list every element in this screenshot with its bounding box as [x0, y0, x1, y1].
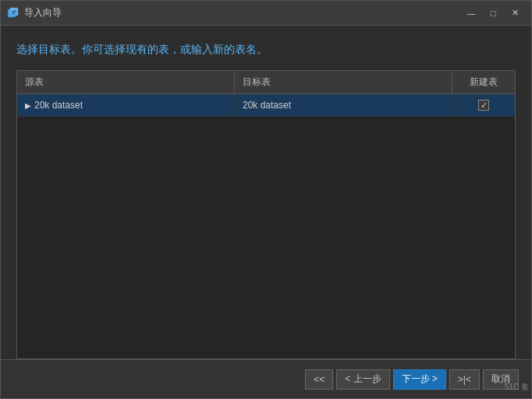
new-table-cell[interactable]: ✓ — [452, 94, 515, 116]
table-container: 源表 目标表 新建表 ▶ 20k dataset 20k dataset ✓ — [16, 70, 516, 359]
row-arrow-icon: ▶ — [25, 101, 31, 110]
table-row[interactable]: ▶ 20k dataset 20k dataset ✓ — [17, 94, 515, 117]
title-bar-controls: — □ ✕ — [461, 5, 525, 21]
table-header: 源表 目标表 新建表 — [17, 71, 515, 94]
checkbox-checked-icon[interactable]: ✓ — [478, 100, 489, 111]
next-button[interactable]: 下一步 > — [393, 369, 446, 390]
last-button[interactable]: >|< — [449, 369, 480, 390]
description-text: 选择目标表。你可选择现有的表，或输入新的表名。 — [16, 41, 516, 58]
maximize-button[interactable]: □ — [483, 5, 503, 21]
minimize-button[interactable]: — — [461, 5, 481, 21]
import-wizard-window: 导入向导 — □ ✕ 选择目标表。你可选择现有的表，或输入新的表名。 源表 目标… — [0, 0, 532, 399]
source-value: 20k dataset — [34, 100, 83, 111]
content-area: 选择目标表。你可选择现有的表，或输入新的表名。 源表 目标表 新建表 ▶ 20k… — [1, 26, 531, 359]
target-cell[interactable]: 20k dataset — [235, 94, 452, 116]
app-icon — [7, 7, 20, 19]
col-header-source: 源表 — [17, 71, 235, 94]
source-cell: ▶ 20k dataset — [17, 94, 235, 116]
col-header-target: 目标表 — [235, 71, 452, 94]
table-body: ▶ 20k dataset 20k dataset ✓ — [17, 94, 515, 358]
col-header-new-table: 新建表 — [452, 71, 515, 94]
watermark: 51C 客 — [505, 382, 529, 393]
first-button[interactable]: << — [305, 369, 333, 390]
title-bar-left: 导入向导 — [7, 6, 62, 19]
footer: << < 上一步 下一步 > >|< 取消 — [1, 359, 531, 398]
title-bar: 导入向导 — □ ✕ — [1, 1, 531, 26]
target-value: 20k dataset — [243, 100, 291, 111]
title-text: 导入向导 — [24, 6, 62, 19]
close-button[interactable]: ✕ — [505, 5, 525, 21]
prev-button[interactable]: < 上一步 — [336, 369, 389, 390]
